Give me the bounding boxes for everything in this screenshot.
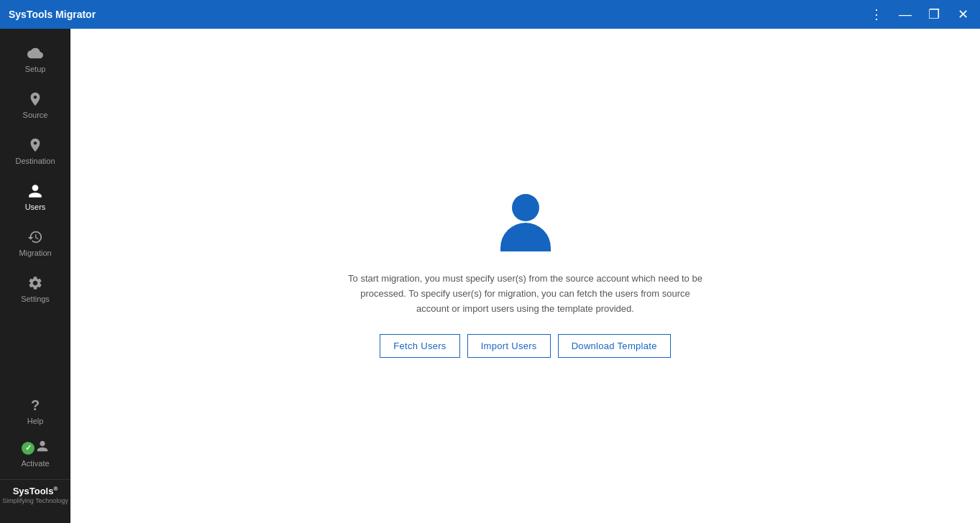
app-container: Setup Source Destination	[0, 29, 980, 523]
action-buttons: Fetch Users Import Users Download Templa…	[380, 334, 670, 358]
maximize-icon: ❐	[928, 8, 940, 21]
fetch-users-button[interactable]: Fetch Users	[380, 334, 459, 358]
sidebar-item-help[interactable]: ? Help	[0, 389, 70, 434]
brand-sup: ®	[53, 486, 58, 492]
sidebar: Setup Source Destination	[0, 29, 70, 523]
main-content: To start migration, you must specify use…	[70, 29, 980, 523]
sidebar-item-migration[interactable]: Migration	[0, 220, 70, 266]
sidebar-settings-label: Settings	[21, 295, 50, 303]
sidebar-item-users[interactable]: Users	[0, 174, 70, 220]
title-bar-left: SysTools Migrator	[9, 9, 96, 20]
close-icon: ✕	[958, 8, 968, 21]
activate-icon-wrapper	[22, 440, 49, 456]
menu-button[interactable]: ⋮	[868, 6, 885, 23]
minimize-button[interactable]: —	[897, 6, 914, 23]
sidebar-users-label: Users	[25, 203, 46, 211]
users-icon	[27, 182, 44, 200]
settings-icon	[27, 274, 44, 292]
sidebar-bottom: ? Help Activate SysTools®	[0, 389, 70, 516]
dots-icon: ⋮	[870, 8, 883, 21]
import-users-button[interactable]: Import Users	[467, 334, 551, 358]
migration-icon	[27, 228, 44, 246]
download-template-button[interactable]: Download Template	[558, 334, 671, 358]
sidebar-item-activate[interactable]: Activate	[0, 434, 70, 476]
sidebar-migration-label: Migration	[19, 249, 51, 257]
activate-green-circle	[22, 442, 35, 455]
sidebar-item-destination[interactable]: Destination	[0, 128, 70, 174]
cloud-icon	[27, 45, 44, 62]
title-bar: SysTools Migrator ⋮ — ❐ ✕	[0, 0, 980, 29]
minimize-icon: —	[899, 8, 912, 21]
brand-tagline: Simplifying Technology	[2, 497, 68, 504]
systools-brand: SysTools® Simplifying Technology	[0, 479, 70, 510]
avatar-head	[512, 194, 539, 221]
sidebar-item-setup[interactable]: Setup	[0, 36, 70, 82]
maximize-button[interactable]: ❐	[925, 6, 943, 23]
brand-name: SysTools®	[13, 486, 58, 497]
content-inner: To start migration, you must specify use…	[346, 194, 705, 357]
sidebar-item-settings[interactable]: Settings	[0, 266, 70, 312]
sidebar-item-source[interactable]: Source	[0, 82, 70, 128]
avatar-body	[500, 223, 551, 251]
source-icon	[27, 91, 44, 108]
sidebar-destination-label: Destination	[15, 157, 55, 165]
sidebar-activate-label: Activate	[21, 459, 49, 468]
sidebar-setup-label: Setup	[25, 65, 46, 73]
title-bar-controls: ⋮ — ❐ ✕	[868, 6, 971, 23]
close-button[interactable]: ✕	[954, 6, 971, 23]
activate-user-icon	[36, 440, 49, 456]
destination-icon	[27, 136, 44, 154]
sidebar-source-label: Source	[23, 111, 48, 119]
description-text: To start migration, you must specify use…	[346, 272, 705, 316]
sidebar-help-label: Help	[27, 417, 44, 425]
help-icon: ?	[31, 397, 40, 414]
user-avatar-illustration	[490, 194, 562, 251]
app-title: SysTools Migrator	[9, 9, 96, 20]
